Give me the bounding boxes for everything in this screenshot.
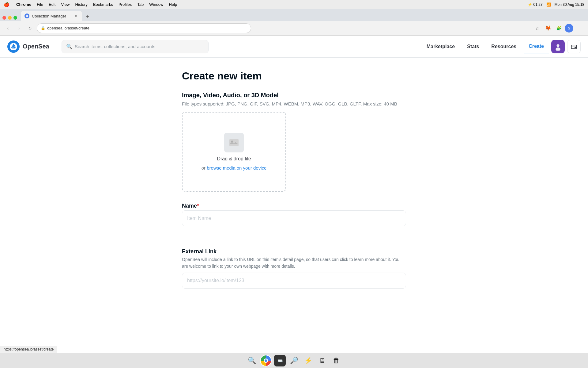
browse-row: or browse media on your device [202, 165, 267, 171]
status-url: https://opensea.io/asset/create [4, 347, 54, 351]
forward-button[interactable]: › [15, 24, 23, 33]
dock-trash-icon[interactable]: 🗑 [330, 355, 342, 366]
name-field-section: Name* [182, 203, 406, 237]
menu-profiles[interactable]: Profiles [119, 2, 132, 7]
bookmark-star-icon[interactable]: ☆ [533, 24, 541, 33]
or-text: or [202, 165, 207, 171]
menu-bookmarks[interactable]: Bookmarks [93, 2, 113, 7]
external-link-input[interactable] [182, 273, 406, 289]
search-input[interactable] [75, 44, 204, 49]
main-content: Create new item Image, Video, Audio, or … [175, 58, 413, 335]
tab-favicon-icon [24, 13, 29, 18]
page-title: Create new item [182, 70, 406, 82]
browser-tab[interactable]: Collection Manager × [21, 11, 82, 21]
opensea-search-bar[interactable]: 🔍 [62, 40, 209, 53]
name-field-label: Name* [182, 203, 406, 209]
apple-menu[interactable]: 🍎 [4, 2, 9, 7]
upload-placeholder-icon [224, 133, 244, 152]
window-maximize-btn[interactable] [13, 16, 17, 20]
menu-edit[interactable]: Edit [49, 2, 55, 7]
new-tab-button[interactable]: + [83, 12, 92, 21]
menubar-right-icons: ⚡ 01:27 📶 Mon 30 Aug 15:18 [528, 2, 584, 7]
external-link-description: OpenSea will include a link to this URL … [182, 256, 406, 270]
item-name-input[interactable] [182, 210, 406, 226]
dock-terminal-icon[interactable]: ⌨️ [274, 355, 286, 366]
opensea-logo-icon [7, 40, 20, 53]
reload-button[interactable]: ↻ [26, 24, 34, 33]
page-content: OpenSea 🔍 Marketplace Stats Resources Cr… [0, 36, 588, 353]
svg-rect-5 [229, 139, 239, 146]
upload-drop-zone[interactable]: Drag & drop file or browse media on your… [182, 112, 286, 192]
address-bar-row: ‹ › ↻ 🔒 opensea.io/asset/create ☆ 🦊 🧩 S … [0, 21, 588, 36]
macos-menubar: 🍎 Chrome File Edit View History Bookmark… [0, 0, 588, 9]
dock-search-icon[interactable]: 🔎 [288, 355, 300, 366]
url-text: opensea.io/asset/create [47, 26, 89, 30]
battery-icon: ⚡ 01:27 [528, 2, 542, 7]
dock-lightning-icon[interactable]: ⚡ [302, 355, 314, 366]
menu-window[interactable]: Window [149, 2, 163, 7]
svg-rect-3 [571, 45, 577, 49]
window-minimize-btn[interactable] [8, 16, 12, 20]
extension-puzzle-icon[interactable]: 🧩 [554, 24, 563, 33]
menu-chrome[interactable]: Chrome [16, 2, 31, 7]
opensea-logo-text: OpenSea [23, 43, 49, 50]
user-avatar-button[interactable] [551, 40, 565, 53]
wallet-button[interactable] [567, 40, 581, 53]
nav-links: Marketplace Stats Resources Create [422, 40, 581, 53]
more-options-icon[interactable]: ⋮ [576, 24, 584, 33]
svg-point-4 [575, 47, 576, 48]
stats-nav-link[interactable]: Stats [462, 40, 484, 53]
dock-screen-icon[interactable]: 🖥 [316, 355, 328, 366]
opensea-navbar: OpenSea 🔍 Marketplace Stats Resources Cr… [0, 36, 588, 58]
browser-chrome: Collection Manager × + ‹ › ↻ 🔒 opensea.i… [0, 9, 588, 36]
tab-title: Collection Manager [32, 14, 71, 18]
back-button[interactable]: ‹ [4, 24, 12, 33]
create-nav-link[interactable]: Create [524, 40, 549, 53]
upload-section-title: Image, Video, Audio, or 3D Model [182, 92, 406, 99]
upload-file-types: File types supported: JPG, PNG, GIF, SVG… [182, 101, 406, 108]
browse-media-link[interactable]: browse media on your device [207, 165, 266, 171]
search-icon: 🔍 [66, 44, 72, 49]
external-link-label: External Link [182, 248, 406, 255]
clock: Mon 30 Aug 15:18 [555, 2, 584, 7]
menu-file[interactable]: File [37, 2, 43, 7]
upload-section: Image, Video, Audio, or 3D Model File ty… [182, 92, 406, 192]
browser-profile-avatar[interactable]: S [565, 24, 573, 33]
menu-tab[interactable]: Tab [137, 2, 144, 7]
dock-chrome-icon[interactable] [260, 355, 272, 366]
menu-help[interactable]: Help [169, 2, 177, 7]
address-bar[interactable]: 🔒 opensea.io/asset/create [37, 23, 251, 33]
toolbar-right: ☆ 🦊 🧩 S ⋮ [533, 24, 584, 33]
resources-nav-link[interactable]: Resources [486, 40, 521, 53]
opensea-logo[interactable]: OpenSea [7, 40, 49, 53]
marketplace-nav-link[interactable]: Marketplace [422, 40, 460, 53]
dock-finder-icon[interactable]: 🔍 [246, 355, 258, 366]
window-close-btn[interactable] [2, 16, 6, 20]
tab-close-button[interactable]: × [74, 13, 78, 18]
extensions-area: 🦊 🧩 S [544, 24, 573, 33]
drag-drop-text: Drag & drop file [217, 156, 251, 162]
extension-fox-icon[interactable]: 🦊 [544, 24, 552, 33]
menu-history[interactable]: History [75, 2, 87, 7]
external-link-section: External Link OpenSea will include a lin… [182, 248, 406, 300]
svg-point-1 [556, 44, 559, 47]
menu-view[interactable]: View [61, 2, 70, 7]
lock-icon: 🔒 [41, 26, 45, 30]
tab-bar: Collection Manager × + [0, 9, 588, 21]
wifi-icon: 📶 [546, 2, 551, 7]
status-bar: https://opensea.io/asset/create [0, 346, 57, 353]
macos-dock: 🔍 ⌨️ 🔎 ⚡ 🖥 🗑 [0, 353, 588, 368]
required-indicator: * [197, 203, 199, 209]
